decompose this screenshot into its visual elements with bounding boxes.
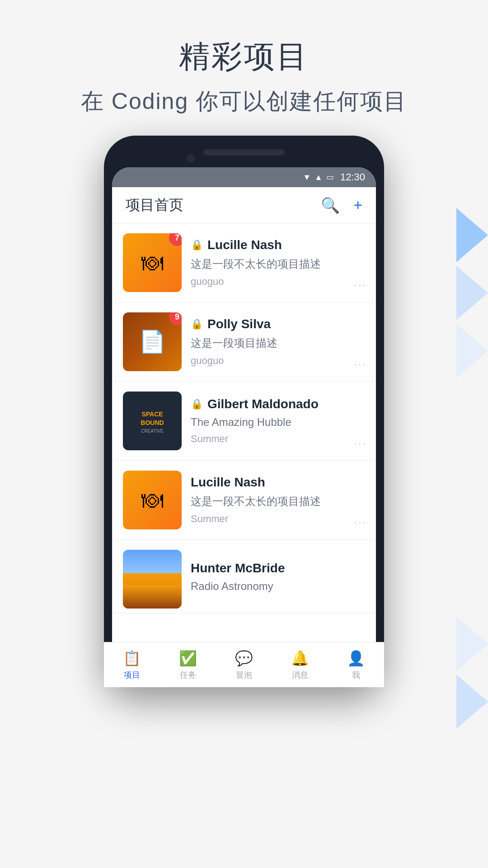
project-author: guoguo — [191, 276, 365, 288]
lock-icon: 🔒 — [191, 398, 203, 410]
page-title: 精彩项目 — [0, 36, 488, 77]
search-button[interactable]: 🔍 — [321, 196, 340, 214]
project-name: Gilbert Maldonado — [207, 397, 319, 411]
project-info: 🔒 Polly Silva 这是一段项目描述 guoguo — [191, 317, 365, 367]
add-project-button[interactable]: + — [353, 196, 362, 214]
status-bar: ▼ ▲ ▭ 12:30 — [112, 167, 376, 187]
nav-item-bubble[interactable]: 💬 冒泡 — [226, 650, 262, 674]
header-section: 精彩项目 在 Coding 你可以创建任何项目 — [0, 0, 488, 144]
project-thumbnail: 7 — [123, 233, 182, 292]
signal-icon: ▲ — [314, 173, 323, 182]
more-options-button[interactable]: ··· — [354, 515, 367, 529]
project-name-row: 🔒 Polly Silva — [191, 317, 365, 331]
decoration-chevrons-top — [456, 208, 488, 382]
phone-hardware-top — [112, 149, 376, 160]
messages-icon: 🔔 — [291, 650, 309, 667]
phone-speaker — [203, 149, 285, 156]
project-item[interactable]: Hunter McBride Radio Astronomy — [112, 540, 376, 613]
decoration-chevrons-bottom — [456, 617, 488, 732]
thumbnail-image: SPACEBOUND CREATIVE — [123, 392, 182, 450]
nav-item-me[interactable]: 👤 我 — [338, 650, 374, 674]
status-icons: ▼ ▲ ▭ 12:30 — [303, 171, 365, 183]
thumbnail-image — [123, 550, 182, 609]
tasks-icon: ✅ — [179, 650, 197, 667]
project-item[interactable]: 9 🔒 Polly Silva 这是一段项目描述 guoguo ··· — [112, 302, 376, 382]
phone-screen: ▼ ▲ ▭ 12:30 项目首页 🔍 + — [112, 167, 376, 674]
project-description: The Amazing Hubble — [191, 416, 365, 429]
more-options-button[interactable]: ··· — [354, 436, 367, 450]
project-item[interactable]: Lucille Nash 这是一段不太长的项目描述 Summer ··· — [112, 461, 376, 540]
nav-label-me: 我 — [352, 670, 360, 674]
lock-icon: 🔒 — [191, 239, 203, 251]
nav-item-projects[interactable]: 📋 项目 — [114, 650, 150, 674]
app-bar: 项目首页 🔍 + — [112, 187, 376, 223]
bubble-icon: 💬 — [235, 650, 253, 667]
more-options-button[interactable]: ··· — [354, 357, 367, 371]
project-name: Polly Silva — [207, 317, 271, 331]
more-options-button[interactable]: ··· — [354, 278, 367, 292]
nav-item-tasks[interactable]: ✅ 任务 — [170, 650, 206, 674]
nav-label-messages: 消息 — [292, 670, 308, 674]
app-bar-title: 项目首页 — [126, 195, 321, 215]
project-author: Summer — [191, 513, 365, 525]
chevron-icon-2 — [456, 266, 488, 320]
nav-label-projects: 项目 — [124, 670, 140, 674]
project-info: 🔒 Gilbert Maldonado The Amazing Hubble S… — [191, 397, 365, 445]
project-name: Hunter McBride — [191, 561, 285, 576]
app-bar-actions: 🔍 + — [321, 196, 362, 214]
project-name-row: Hunter McBride — [191, 561, 365, 576]
project-thumbnail: SPACEBOUND CREATIVE — [123, 392, 182, 450]
lock-icon: 🔒 — [191, 318, 203, 330]
battery-icon: ▭ — [326, 172, 334, 182]
project-author: Summer — [191, 433, 365, 445]
chevron-icon-3 — [456, 324, 488, 378]
project-thumbnail: 9 — [123, 312, 182, 371]
project-item[interactable]: 7 🔒 Lucille Nash 这是一段不太长的项目描述 guoguo ··· — [112, 223, 376, 302]
nav-item-messages[interactable]: 🔔 消息 — [282, 650, 318, 674]
project-description: Radio Astronomy — [191, 580, 365, 593]
me-icon: 👤 — [347, 650, 365, 667]
phone-camera — [185, 153, 196, 164]
project-info: Hunter McBride Radio Astronomy — [191, 561, 365, 597]
bottom-navigation: 📋 项目 ✅ 任务 💬 冒泡 🔔 消息 👤 我 — [112, 642, 376, 674]
project-info: 🔒 Lucille Nash 这是一段不太长的项目描述 guoguo — [191, 238, 365, 288]
project-thumbnail — [123, 550, 182, 609]
project-name-row: 🔒 Gilbert Maldonado — [191, 397, 365, 411]
phone-mockup: ▼ ▲ ▭ 12:30 项目首页 🔍 + — [104, 136, 384, 687]
chevron-icon-5 — [456, 675, 488, 729]
project-description: 这是一段不太长的项目描述 — [191, 494, 365, 509]
chevron-icon-4 — [456, 617, 488, 671]
space-thumb-subtext: CREATIVE — [141, 429, 163, 434]
project-description: 这是一段项目描述 — [191, 336, 365, 350]
project-name: Lucille Nash — [207, 238, 282, 252]
status-time: 12:30 — [340, 171, 365, 183]
chevron-icon-1 — [456, 208, 488, 262]
project-name-row: Lucille Nash — [191, 475, 365, 490]
projects-icon: 📋 — [123, 650, 141, 667]
page-subtitle: 在 Coding 你可以创建任何项目 — [0, 86, 488, 117]
wifi-icon: ▼ — [303, 173, 311, 182]
nav-label-tasks: 任务 — [180, 670, 196, 674]
project-thumbnail — [123, 471, 182, 529]
project-description: 这是一段不太长的项目描述 — [191, 257, 365, 271]
project-item[interactable]: SPACEBOUND CREATIVE 🔒 Gilbert Maldonado … — [112, 382, 376, 461]
project-author: guoguo — [191, 355, 365, 367]
nav-label-bubble: 冒泡 — [236, 670, 252, 674]
project-list: 7 🔒 Lucille Nash 这是一段不太长的项目描述 guoguo ··· — [112, 223, 376, 613]
thumbnail-image — [123, 471, 182, 529]
project-name: Lucille Nash — [191, 475, 265, 490]
project-name-row: 🔒 Lucille Nash — [191, 238, 365, 252]
project-info: Lucille Nash 这是一段不太长的项目描述 Summer — [191, 475, 365, 525]
phone-outer: ▼ ▲ ▭ 12:30 项目首页 🔍 + — [104, 136, 384, 687]
space-thumb-text: SPACEBOUND — [139, 408, 165, 428]
